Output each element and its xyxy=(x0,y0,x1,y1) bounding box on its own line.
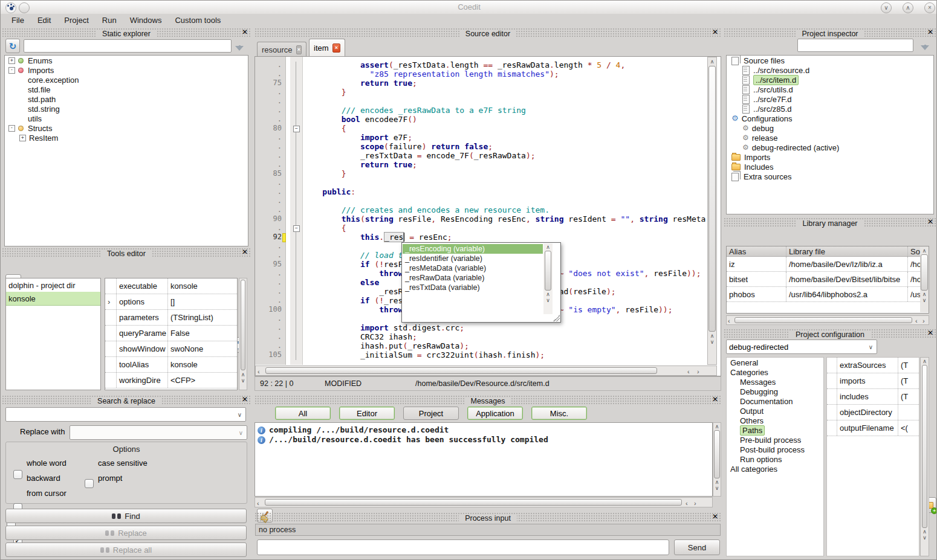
minimize-button[interactable]: ∨ xyxy=(881,2,892,13)
gutter-line-number[interactable]: . xyxy=(255,160,282,169)
gutter-line-number[interactable]: . xyxy=(255,287,282,296)
library-manager-close-icon[interactable]: ✕ xyxy=(927,217,933,227)
config-property-imports[interactable]: imports(T xyxy=(827,373,919,389)
config-property-extrasources[interactable]: extraSources(T xyxy=(827,358,919,373)
inspector-item-includes[interactable]: Includes xyxy=(727,162,933,172)
gutter-line-number[interactable]: . xyxy=(255,60,282,69)
process-input-field[interactable] xyxy=(257,539,669,555)
tab-close-icon[interactable]: × xyxy=(332,43,340,53)
static-explorer-filter-input[interactable] xyxy=(24,39,232,53)
tab-close-icon[interactable]: × xyxy=(296,45,302,54)
property-value[interactable]: (T xyxy=(898,376,910,385)
property-value[interactable]: konsole xyxy=(168,360,233,369)
property-row-options[interactable]: ›options[] xyxy=(105,294,237,310)
menu-project[interactable]: Project xyxy=(58,15,94,25)
gutter-line-number[interactable]: 85 xyxy=(255,169,282,178)
gutter-line-number[interactable]: . xyxy=(255,187,282,196)
category-all-categories[interactable]: All categories xyxy=(727,464,823,474)
tree-item-imports[interactable]: -Imports xyxy=(5,65,248,75)
gutter-line-number[interactable]: . xyxy=(255,196,282,205)
menu-windows[interactable]: Windows xyxy=(124,15,168,25)
tree-item-core-exception[interactable]: core.exception xyxy=(5,75,248,85)
editor-hscrollbar[interactable]: ‹ ‹ › xyxy=(255,365,717,376)
gutter-line-number[interactable]: . xyxy=(255,178,282,187)
project-inspector-filter-input[interactable] xyxy=(797,39,913,52)
gutter-line-number[interactable]: . xyxy=(255,296,282,305)
category-output[interactable]: Output xyxy=(727,406,823,416)
property-value[interactable]: <CFP> xyxy=(168,376,233,385)
category-pre-build-process[interactable]: Pre-build process xyxy=(727,435,823,445)
gutter-line-number[interactable]: . xyxy=(255,314,282,323)
inspector-item-release[interactable]: ⚙release xyxy=(727,133,933,143)
tree-item-structs[interactable]: -Structs xyxy=(5,123,248,133)
expander-icon[interactable]: - xyxy=(8,67,15,74)
property-row-parameters[interactable]: parameters(TStringList) xyxy=(105,310,237,326)
category-debugging[interactable]: Debugging xyxy=(727,387,823,396)
gutter-line-number[interactable]: . xyxy=(255,69,282,79)
message-row[interactable]: i/.../build/resource.d.coedit has been s… xyxy=(258,435,710,445)
search-replace-close-icon[interactable]: ✕ xyxy=(242,395,248,404)
property-value[interactable]: (TStringList) xyxy=(168,313,233,322)
property-value[interactable]: konsole xyxy=(168,282,233,291)
tools-grid-scrollbar[interactable]: ∧∨ xyxy=(239,278,247,390)
category-messages[interactable]: Messages xyxy=(727,377,823,387)
tool-item-konsole[interactable]: konsole xyxy=(6,292,100,306)
tab-resource[interactable]: resource× xyxy=(257,42,306,57)
inspector-item-src-utils-d[interactable]: ../src/utils.d xyxy=(727,85,933,94)
config-property-objectdirectory[interactable]: objectDirectory xyxy=(827,405,919,420)
expander-icon[interactable]: + xyxy=(19,135,26,141)
gutter-line-number[interactable]: 95 xyxy=(255,260,282,269)
send-button[interactable]: Send xyxy=(674,539,720,555)
expander-icon[interactable]: - xyxy=(8,125,15,132)
tree-item-std-string[interactable]: std.string xyxy=(5,104,248,114)
property-row-workingdire[interactable]: workingDire<CFP> xyxy=(105,373,237,388)
inspector-item-extra-sources[interactable]: Extra sources xyxy=(727,172,933,181)
completion-scrollbar[interactable]: ∧ ∧∨ xyxy=(543,243,553,314)
gutter-line-number[interactable]: 92 xyxy=(255,233,282,242)
category-documentation[interactable]: Documentation xyxy=(727,396,823,406)
messages-vscrollbar[interactable]: ∧∧∨ xyxy=(713,422,721,497)
property-row-toolalias[interactable]: toolAliaskonsole xyxy=(105,357,237,373)
completion-item[interactable]: _resTxtData (variable) xyxy=(403,283,543,292)
replace-all-button[interactable]: Replace all xyxy=(5,542,247,557)
property-value[interactable]: (T xyxy=(898,392,910,401)
menu-edit[interactable]: Edit xyxy=(31,15,57,25)
library-row-bitset[interactable]: bitset/home/basile/Dev/Bitset/lib/bitse/… xyxy=(727,272,929,287)
property-expander[interactable]: › xyxy=(105,297,116,306)
filter-button-editor[interactable]: Editor xyxy=(339,407,395,420)
process-input-close-icon[interactable]: ✕ xyxy=(712,512,718,521)
tree-item-enums[interactable]: +Enums xyxy=(5,56,248,65)
tree-item-resitem[interactable]: +ResItem xyxy=(5,133,248,143)
gutter-line-number[interactable]: . xyxy=(255,341,282,350)
property-value[interactable]: <( xyxy=(898,423,910,433)
refresh-button[interactable]: ↻ xyxy=(5,39,20,53)
inspector-item-source-files[interactable]: Source files xyxy=(727,56,933,65)
gutter-line-number[interactable]: . xyxy=(255,133,282,142)
gutter-line-number[interactable]: . xyxy=(255,251,282,260)
app-icon[interactable] xyxy=(5,2,16,13)
gutter-line-number[interactable]: 75 xyxy=(255,79,282,88)
library-row-phobos[interactable]: phobos/usr/lib64/libphobos2.a/us xyxy=(727,287,929,302)
category-post-build-process[interactable]: Post-build process xyxy=(727,445,823,454)
project-inspector-clear-filter-icon[interactable] xyxy=(921,40,929,50)
inspector-item-src-item-d[interactable]: ../src/item.d xyxy=(727,75,933,85)
completion-item[interactable]: _resRawData (variable) xyxy=(403,273,543,283)
column-header-library-file[interactable]: Library file xyxy=(786,247,907,256)
config-property-outputfilename[interactable]: outputFilename<( xyxy=(827,420,919,436)
replace-combobox[interactable]: ∨ xyxy=(70,425,247,440)
gutter-line-number[interactable]: . xyxy=(255,224,282,233)
inspector-item-debug[interactable]: ⚙debug xyxy=(727,123,933,133)
project-config-close-icon[interactable]: ✕ xyxy=(927,329,933,338)
library-row-iz[interactable]: iz/home/basile/Dev/Iz/lib/iz.a/ho xyxy=(727,257,929,272)
category-general[interactable]: General xyxy=(727,358,823,367)
gutter-line-number[interactable]: 100 xyxy=(255,305,282,314)
gutter-line-number[interactable]: . xyxy=(255,115,282,124)
gutter-line-number[interactable]: . xyxy=(255,269,282,278)
gutter-line-number[interactable]: . xyxy=(255,323,282,332)
gutter-line-number[interactable]: . xyxy=(255,242,282,251)
source-editor-close-icon[interactable]: ✕ xyxy=(712,28,718,37)
gutter-line-number[interactable]: . xyxy=(255,151,282,160)
tree-item-std-file[interactable]: std.file xyxy=(5,85,248,94)
resize-grip[interactable] xyxy=(553,315,560,321)
config-property-includes[interactable]: includes(T xyxy=(827,389,919,405)
